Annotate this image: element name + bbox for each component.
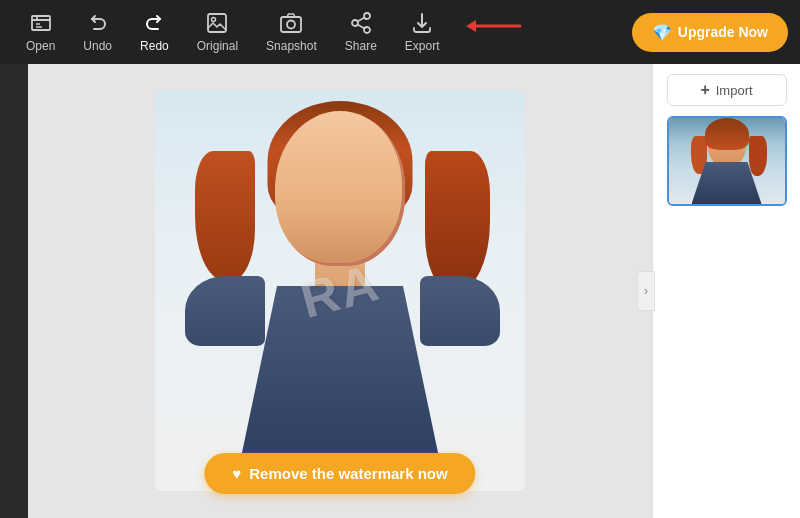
snapshot-button[interactable]: Snapshot xyxy=(252,5,331,59)
hair-left xyxy=(195,151,255,281)
redo-icon xyxy=(142,11,166,35)
thumbnail-image xyxy=(669,118,785,204)
svg-rect-0 xyxy=(32,16,50,30)
svg-point-7 xyxy=(364,27,370,33)
canvas-background: RA ♥ Remove the watermark now xyxy=(28,64,652,518)
svg-rect-3 xyxy=(281,17,301,32)
heart-icon: ♥ xyxy=(232,465,241,482)
open-icon xyxy=(29,11,53,35)
import-button[interactable]: + Import xyxy=(667,74,787,106)
plus-icon: + xyxy=(700,81,709,99)
person-figure: RA xyxy=(155,91,525,491)
open-button[interactable]: Open xyxy=(12,5,69,59)
chevron-right-icon: › xyxy=(644,284,648,298)
diamond-icon: 💎 xyxy=(652,23,672,42)
svg-marker-9 xyxy=(466,20,476,32)
shoulder-right xyxy=(420,276,500,346)
thumbnail-card[interactable] xyxy=(667,116,787,206)
upgrade-now-button[interactable]: 💎 Upgrade Now xyxy=(632,13,788,52)
export-annotation xyxy=(460,8,540,48)
svg-point-4 xyxy=(287,21,295,29)
shoulder-left xyxy=(185,276,265,346)
image-container: RA xyxy=(145,86,535,496)
share-button[interactable]: Share xyxy=(331,5,391,59)
original-icon xyxy=(205,11,229,35)
svg-point-2 xyxy=(212,18,216,22)
hair-right xyxy=(425,151,490,291)
svg-point-5 xyxy=(364,13,370,19)
undo-icon xyxy=(86,11,110,35)
redo-button[interactable]: Redo xyxy=(126,5,183,59)
right-sidebar: › + Import xyxy=(652,64,800,518)
svg-rect-1 xyxy=(208,14,226,32)
left-sidebar xyxy=(0,64,28,518)
thumb-hair xyxy=(705,118,749,150)
toolbar: Open Undo Redo Original Snapshot xyxy=(0,0,800,64)
person-head xyxy=(275,111,405,266)
thumb-hair-right xyxy=(749,136,767,176)
svg-point-6 xyxy=(352,20,358,26)
sidebar-collapse-handle[interactable]: › xyxy=(637,271,655,311)
share-icon xyxy=(349,11,373,35)
snapshot-icon xyxy=(279,11,303,35)
undo-button[interactable]: Undo xyxy=(69,5,126,59)
main-area: RA ♥ Remove the watermark now › + Import xyxy=(0,64,800,518)
export-icon xyxy=(410,11,434,35)
original-button[interactable]: Original xyxy=(183,5,252,59)
remove-watermark-button[interactable]: ♥ Remove the watermark now xyxy=(204,453,475,494)
canvas-area: RA ♥ Remove the watermark now xyxy=(28,64,652,518)
export-button[interactable]: Export xyxy=(391,5,454,59)
